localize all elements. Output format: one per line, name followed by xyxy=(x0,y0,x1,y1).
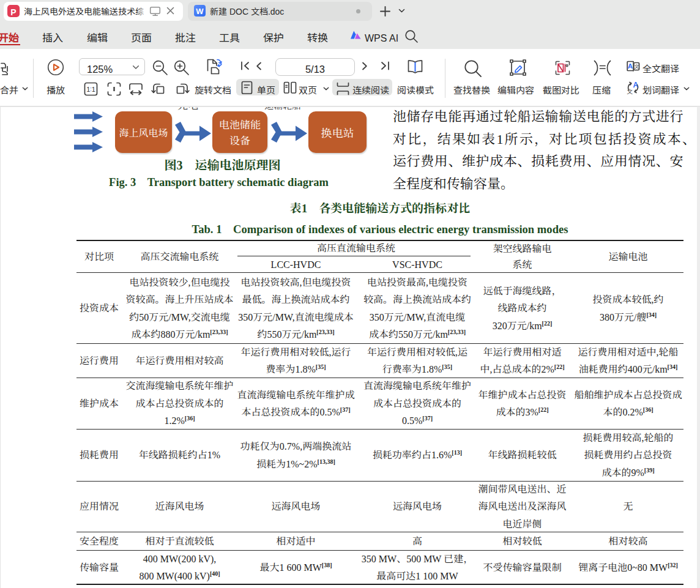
svg-text:A: A xyxy=(633,81,638,89)
svg-text:1: 1 xyxy=(92,86,95,93)
svg-text:A: A xyxy=(628,62,633,70)
svg-text::: : xyxy=(90,86,92,92)
svg-text:文: 文 xyxy=(634,63,639,70)
svg-text:文: 文 xyxy=(627,87,633,94)
